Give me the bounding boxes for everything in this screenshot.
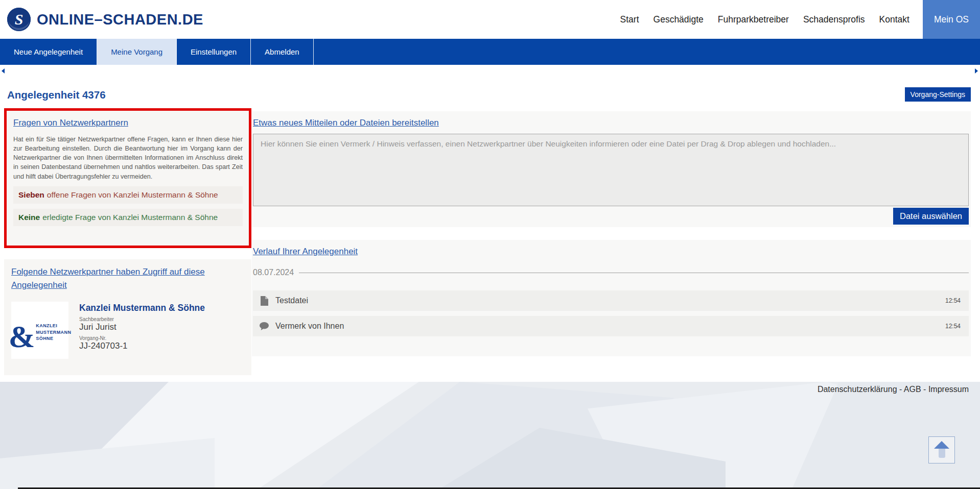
file-icon [259,296,269,306]
choose-file-button[interactable]: Datei auswählen [893,208,969,225]
history-entry-time: 12:54 [945,297,961,304]
message-panel: Etwas neues Mitteilen oder Dateien berei… [252,111,971,227]
partner-logo-line: SÖHNE [36,335,71,341]
scroll-right-icon[interactable] [975,68,978,74]
open-questions-text: offene Fragen von Kanzlei Mustermann & S… [47,190,218,199]
tab-einstellungen[interactable]: Einstellungen [177,39,251,65]
nav-item-kontakt[interactable]: Kontakt [879,14,909,25]
history-entry-label: Vermerk von Ihnen [275,322,344,331]
open-questions-count: Sieben [18,190,44,199]
partner-logo-icon: & KANZLEI MUSTERMANN SÖHNE [11,302,68,359]
tab-neue-angelegenheit[interactable]: Neue Angelegenheit [0,39,97,65]
history-entry-time: 12:54 [945,323,961,330]
brand-title: ONLINE–SCHADEN.DE [37,11,203,28]
partner-details: Kanzlei Mustermann & Söhne Sachbearbeite… [79,302,205,359]
nav-item-geschaedigte[interactable]: Geschädigte [654,14,704,25]
open-questions-status[interactable]: Siebenoffene Fragen von Kanzlei Musterma… [13,186,243,204]
partner-name: Kanzlei Mustermann & Söhne [79,303,205,313]
history-date-rule [299,273,969,273]
page-title: Angelegenheit 4376 [7,89,106,101]
history-panel-title-link[interactable]: Verlauf Ihrer Angelegenheit [253,247,358,257]
tab-abmelden[interactable]: Abmelden [251,39,314,65]
footer-legal-links[interactable]: Datenschutzerklärung - AGB - Impressum [818,385,969,394]
message-panel-title-link[interactable]: Etwas neues Mitteilen oder Dateien berei… [253,118,439,128]
partner-logo-ampersand: & [9,324,35,350]
history-entry-label: Testdatei [275,296,308,305]
partner-role-label: Sachbearbeiter [79,316,205,322]
arrow-up-stem [939,449,945,458]
page-footer: Datenschutzerklärung - AGB - Impressum [0,382,980,489]
questions-description: Hat ein für Sie tätiger Netzwerkpartner … [13,135,243,181]
nav-item-mein-os[interactable]: Mein OS [923,0,980,39]
partner-logo-text: KANZLEI MUSTERMANN SÖHNE [36,323,71,341]
history-date: 08.07.2024 [253,268,294,277]
vorgang-settings-button[interactable]: Vorgang-Settings [905,87,971,102]
history-date-row: 08.07.2024 [253,268,969,277]
partner-case-label: Vorgang-Nr. [79,335,205,341]
scroll-left-icon[interactable] [2,68,5,74]
partner-role-value: Juri Jurist [79,322,205,332]
done-questions-count: Keine [18,213,40,222]
questions-panel: Fragen von Netzwerkpartnern Hat ein für … [4,108,251,248]
app-header: S ONLINE–SCHADEN.DE Start Geschädigte Fu… [0,0,980,39]
done-questions-text: erledigte Frage von Kanzlei Mustermann &… [42,213,218,222]
top-nav: Start Geschädigte Fuhrparkbetreiber Scha… [613,0,980,39]
history-panel: Verlauf Ihrer Angelegenheit 08.07.2024 T… [252,240,971,356]
done-questions-status[interactable]: Keineerledigte Frage von Kanzlei Musterm… [13,209,243,226]
partner-logo-line: MUSTERMANN [36,329,71,335]
partners-panel-title-link[interactable]: Folgende Netzwerkpartner haben Zugriff a… [11,265,216,292]
history-entry-note[interactable]: Vermerk von Ihnen 12:54 [253,316,969,336]
message-input[interactable] [253,134,969,206]
nav-item-schadensprofis[interactable]: Schadensprofis [803,14,865,25]
tab-meine-vorgang[interactable]: Meine Vorgang [97,39,177,65]
history-entry-file[interactable]: Testdatei 12:54 [253,290,969,311]
partners-panel: Folgende Netzwerkpartner haben Zugriff a… [4,259,251,375]
scroll-to-top-button[interactable] [928,436,955,463]
arrow-up-icon [934,441,949,449]
partner-case-value: JJ-240703-1 [79,341,205,351]
comment-icon [259,322,269,330]
nav-item-fuhrparkbetreiber[interactable]: Fuhrparkbetreiber [718,14,789,25]
brand-logo-icon: S [7,8,31,31]
tab-bar: Neue Angelegenheit Meine Vorgang Einstel… [0,39,980,65]
partner-card: & KANZLEI MUSTERMANN SÖHNE Kanzlei Muste… [11,302,244,359]
partner-logo-line: KANZLEI [36,323,71,329]
nav-item-start[interactable]: Start [620,14,639,25]
brand[interactable]: S ONLINE–SCHADEN.DE [7,8,203,31]
questions-panel-title-link[interactable]: Fragen von Netzwerkpartnern [13,118,128,128]
